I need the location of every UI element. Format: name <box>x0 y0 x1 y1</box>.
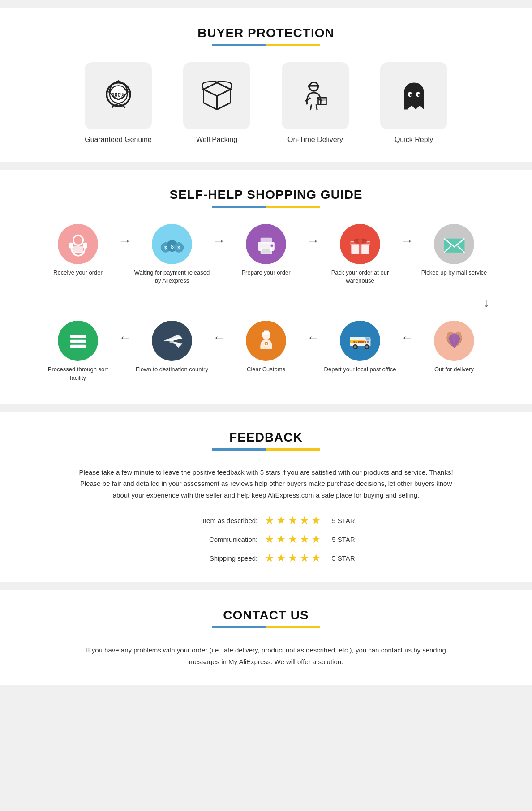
processed-sort-label: Processed through sort facility <box>40 365 116 382</box>
plane-icon <box>160 329 184 353</box>
truck-icon: EXPRESS <box>348 329 373 353</box>
arrow-5: ← <box>398 330 416 345</box>
contact-section: CONTACT US If you have any problems with… <box>0 590 532 685</box>
arrow-8: ← <box>116 330 134 345</box>
rating-label-communication: Communication: <box>177 536 257 543</box>
receive-order-label: Receive your order <box>53 269 103 277</box>
picked-up-circle <box>434 224 474 264</box>
svg-line-6 <box>112 106 113 108</box>
guide-item-pack-order: Pack your order at our warehouse <box>322 224 398 285</box>
guide-item-flown-destination: Flown to destination country <box>134 321 210 373</box>
feedback-line3: about your experience with the seller an… <box>64 489 468 501</box>
svg-point-71 <box>354 345 356 348</box>
svg-point-46 <box>270 244 273 247</box>
gift-icon <box>348 232 373 257</box>
arrow-6: ← <box>304 330 322 345</box>
guide-item-depart-post: EXPRESS Depart your local post office <box>322 321 398 373</box>
star-2: ★ <box>276 533 286 545</box>
bp-label-guaranteed-genuine: Guaranteed Genuine <box>85 136 151 144</box>
depart-post-circle: EXPRESS <box>340 321 380 361</box>
feedback-title: FEEDBACK <box>13 430 519 445</box>
star-3: ★ <box>288 533 298 545</box>
svg-rect-16 <box>309 85 319 86</box>
arrow-3: → <box>304 234 322 248</box>
waiting-payment-label: Waiting for payment released by Aliexpre… <box>134 269 210 285</box>
bp-item-guaranteed-genuine: 100% Guaranteed Genuine <box>78 62 159 144</box>
star-label-communication: 5 STAR <box>332 536 355 543</box>
guide-item-prepare-order: Prepare your order <box>228 224 304 277</box>
svg-rect-29 <box>69 242 73 248</box>
svg-point-64 <box>459 332 461 336</box>
bp-item-quick-reply: Quick Reply <box>373 62 454 144</box>
svg-line-23 <box>316 104 317 110</box>
rating-row-shipping: Shipping speed: ★ ★ ★ ★ ★ 5 STAR <box>177 552 355 564</box>
buyer-protection-grid: 100% Guaranteed Genuine <box>13 62 519 144</box>
svg-rect-40 <box>171 240 173 242</box>
svg-rect-17 <box>308 85 309 87</box>
guide-item-out-delivery: Out for delivery <box>416 321 492 373</box>
svg-line-13 <box>217 89 230 96</box>
svg-rect-79 <box>70 335 86 338</box>
svg-rect-30 <box>83 242 87 248</box>
prepare-order-circle <box>246 224 286 264</box>
rating-label-shipping: Shipping speed: <box>177 554 257 562</box>
star-2: ★ <box>276 514 286 527</box>
feedback-underline <box>13 448 519 451</box>
star-3: ★ <box>288 552 298 564</box>
contact-description: If you have any problems with your order… <box>76 644 456 667</box>
well-packing-icon-box <box>183 62 250 129</box>
sort-icon <box>66 329 90 353</box>
guide-row-1: Receive your order → $ $ $ <box>13 224 519 285</box>
svg-line-18 <box>305 98 310 101</box>
guide-item-clear-customs: ★ Clear Customs <box>228 321 304 373</box>
svg-rect-31 <box>73 246 83 253</box>
buyer-protection-underline <box>13 44 519 46</box>
blue-bar-2 <box>212 206 266 208</box>
star-1: ★ <box>265 514 275 527</box>
contact-line2: messages in My AliExpress. We will offer… <box>76 656 456 668</box>
shopping-guide-underline <box>13 206 519 208</box>
star-4: ★ <box>300 552 309 564</box>
contact-line1: If you have any problems with your order… <box>76 644 456 656</box>
medal-icon: 100% <box>102 79 135 113</box>
feedback-line1: Please take a few minute to leave the po… <box>64 467 468 478</box>
down-arrow-container: ↓ <box>13 287 519 318</box>
svg-point-53 <box>358 239 362 243</box>
star-4: ★ <box>300 514 309 527</box>
bp-item-on-time-delivery: On-Time Delivery <box>275 62 356 144</box>
guide-item-picked-up: Picked up by mail service <box>416 224 492 277</box>
stars-communication: ★ ★ ★ ★ ★ <box>265 533 321 545</box>
svg-line-22 <box>310 104 311 110</box>
svg-line-7 <box>123 106 125 108</box>
svg-line-12 <box>203 89 217 96</box>
star-2: ★ <box>276 552 286 564</box>
out-delivery-circle <box>434 321 474 361</box>
feedback-description: Please take a few minute to leave the po… <box>64 467 468 501</box>
svg-rect-45 <box>262 248 270 252</box>
bp-item-well-packing: Well Packing <box>176 62 257 144</box>
shopping-guide-title: SELF-HELP SHOPPING GUIDE <box>13 188 519 202</box>
buyer-protection-section: BUYER PROTECTION 100% <box>0 8 532 162</box>
pack-order-circle <box>340 224 380 264</box>
svg-point-73 <box>365 345 368 348</box>
box-icon <box>200 79 234 113</box>
yellow-bar <box>266 44 320 46</box>
bp-label-well-packing: Well Packing <box>196 136 237 144</box>
star-5: ★ <box>311 533 321 545</box>
contact-title: CONTACT US <box>13 608 519 622</box>
svg-text:$: $ <box>177 245 180 250</box>
svg-point-26 <box>409 94 412 96</box>
depart-post-label: Depart your local post office <box>324 365 396 373</box>
flown-destination-label: Flown to destination country <box>136 365 208 373</box>
rating-label-item-described: Item as described: <box>177 517 257 524</box>
guide-item-waiting-payment: $ $ $ Waiting for payment released by Al… <box>134 224 210 285</box>
arrow-2: → <box>210 234 228 248</box>
svg-rect-76 <box>264 330 269 333</box>
guide-item-processed-sort: Processed through sort facility <box>40 321 116 382</box>
arrow-1: → <box>116 234 134 248</box>
star-5: ★ <box>311 514 321 527</box>
customs-icon: ★ <box>254 329 279 353</box>
picked-up-label: Picked up by mail service <box>421 269 487 277</box>
svg-marker-11 <box>203 82 230 96</box>
shopping-guide-section: SELF-HELP SHOPPING GUIDE Receive your or… <box>0 170 532 404</box>
